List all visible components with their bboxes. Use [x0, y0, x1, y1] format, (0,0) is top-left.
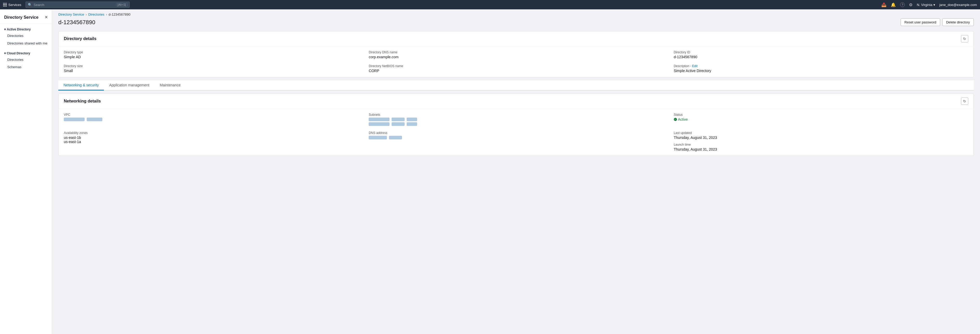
services-menu[interactable]: Services — [3, 3, 21, 7]
description-label: Description - Edit — [674, 64, 968, 68]
status-label: Status — [674, 113, 968, 117]
az-2-value: us-east-1a — [64, 140, 358, 144]
dns-2-blurred — [389, 136, 402, 139]
search-bar[interactable]: 🔍 [Alt+S] — [25, 2, 130, 8]
directory-dns-label: Directory DNS name — [369, 51, 663, 54]
sidebar-close-button[interactable]: × — [45, 14, 48, 20]
networking-details-grid: VPC Subnets — [64, 113, 968, 151]
networking-details-refresh-button[interactable]: ↻ — [961, 98, 968, 105]
tabs-bar: Networking & security Application manage… — [58, 81, 974, 90]
subnet-1-id — [369, 117, 390, 121]
subnet-2-id — [369, 122, 390, 126]
tab-maintenance[interactable]: Maintenance — [155, 81, 186, 90]
directory-details-grid: Directory type Simple AD Directory DNS n… — [64, 51, 968, 73]
region-selector[interactable]: N. Virginia ▾ — [917, 3, 935, 7]
sidebar-item-cd-directories[interactable]: Directories — [0, 56, 52, 64]
settings-icon[interactable]: ⚙ — [909, 2, 913, 7]
directory-details-refresh-button[interactable]: ↻ — [961, 35, 968, 43]
launch-time-value: Thursday, August 31, 2023 — [674, 147, 968, 151]
status-dot-icon — [674, 118, 677, 121]
page-actions: Reset user password Delete directory — [900, 19, 974, 26]
sidebar-item-ad-shared[interactable]: Directories shared with me — [0, 40, 52, 47]
chevron-down-icon: ▾ — [4, 28, 6, 31]
subnet-row-1 — [369, 117, 663, 121]
detail-directory-type: Directory type Simple AD — [64, 51, 358, 59]
directory-type-value: Simple AD — [64, 55, 358, 59]
grid-icon — [3, 3, 7, 6]
subnet-row-2 — [369, 122, 663, 126]
detail-status: Status Active — [674, 113, 968, 126]
detail-directory-id: Directory ID d-1234567890 — [674, 51, 968, 59]
last-updated-value: Thursday, August 31, 2023 — [674, 136, 968, 140]
detail-directory-netbios: Directory NetBIOS name CORP — [369, 64, 663, 73]
search-icon: 🔍 — [28, 3, 32, 7]
page-title: d-1234567890 — [58, 19, 95, 26]
directory-id-value: d-1234567890 — [674, 55, 968, 59]
az-label: Availability zones — [64, 131, 358, 135]
services-label: Services — [8, 3, 21, 7]
user-email: jane_doe@example.com — [939, 3, 977, 7]
page-title-row: d-1234567890 Reset user password Delete … — [58, 19, 974, 26]
status-text: Active — [678, 117, 688, 122]
description-value: Simple Active Directory — [674, 69, 968, 73]
networking-details-header: Networking details ↻ — [59, 94, 974, 109]
directory-details-title: Directory details — [64, 36, 96, 41]
subnets-label: Subnets — [369, 113, 663, 117]
search-input[interactable] — [33, 3, 115, 7]
active-directory-label: Active Directory — [7, 28, 31, 31]
directory-size-label: Directory size — [64, 64, 358, 68]
detail-subnets: Subnets — [369, 113, 663, 126]
directory-size-value: Small — [64, 69, 358, 73]
directory-details-body: Directory type Simple AD Directory DNS n… — [59, 46, 974, 77]
detail-directory-dns: Directory DNS name corp.example.com — [369, 51, 663, 59]
bell-icon[interactable]: 🔔 — [891, 2, 896, 7]
directory-dns-value: corp.example.com — [369, 55, 663, 59]
description-edit-link[interactable]: Edit — [692, 64, 697, 68]
subnet-2-az — [391, 122, 405, 126]
directory-netbios-value: CORP — [369, 69, 663, 73]
tab-application-management[interactable]: Application management — [104, 81, 154, 90]
page-header: Directory Service › Directories › d-1234… — [52, 9, 980, 28]
last-updated-label: Last updated — [674, 131, 968, 135]
networking-details-card: Networking details ↻ VPC Subnets — [58, 93, 974, 156]
reset-password-button[interactable]: Reset user password — [900, 19, 940, 26]
breadcrumb: Directory Service › Directories › d-1234… — [58, 13, 974, 16]
dns-1-blurred — [369, 136, 387, 139]
az-1-value: us-east-1b — [64, 136, 358, 140]
inbox-icon[interactable]: 📥 — [881, 2, 886, 7]
nav-icon-group: 📥 🔔 ? ⚙ — [881, 2, 913, 7]
subnet-1-extra — [407, 117, 417, 121]
user-menu[interactable]: jane_doe@example.com — [939, 3, 977, 7]
top-navigation: Services 🔍 [Alt+S] 📥 🔔 ? ⚙ N. Virginia ▾… — [0, 0, 980, 9]
tab-networking-security[interactable]: Networking & security — [58, 81, 104, 90]
search-shortcut: [Alt+S] — [116, 3, 127, 6]
detail-directory-size: Directory size Small — [64, 64, 358, 73]
directory-type-label: Directory type — [64, 51, 358, 54]
breadcrumb-directories[interactable]: Directories — [88, 13, 104, 16]
breadcrumb-sep-2: › — [106, 13, 107, 16]
breadcrumb-sep-1: › — [86, 13, 87, 16]
breadcrumb-directory-service[interactable]: Directory Service — [58, 13, 84, 16]
detail-timestamps: Last updated Thursday, August 31, 2023 L… — [674, 131, 968, 151]
vpc-name-blurred — [87, 117, 102, 121]
help-icon[interactable]: ? — [900, 2, 905, 7]
cloud-directory-label: Cloud Directory — [7, 52, 30, 55]
subnet-2-extra — [407, 122, 417, 126]
main-content: Directory Service › Directories › d-1234… — [52, 9, 980, 334]
chevron-down-icon-2: ▾ — [4, 52, 6, 55]
subnets-values — [369, 117, 663, 126]
delete-directory-button[interactable]: Delete directory — [942, 19, 974, 26]
sidebar-item-ad-directories[interactable]: Directories — [0, 32, 52, 40]
status-value: Active — [674, 117, 968, 122]
sidebar-section-cloud-directory[interactable]: ▾ Cloud Directory — [0, 49, 52, 56]
launch-time-label: Launch time — [674, 143, 968, 146]
networking-details-title: Networking details — [64, 99, 101, 103]
region-chevron: ▾ — [933, 3, 935, 7]
detail-availability-zones: Availability zones us-east-1b us-east-1a — [64, 131, 358, 151]
sidebar-section-active-directory[interactable]: ▾ Active Directory — [0, 25, 52, 32]
sidebar: Directory Service × ▾ Active Directory D… — [0, 9, 52, 334]
subnet-1-az — [391, 117, 405, 121]
sidebar-item-cd-schemas[interactable]: Schemas — [0, 63, 52, 71]
vpc-value — [64, 117, 358, 121]
dns-address-blurred-row — [369, 136, 663, 139]
